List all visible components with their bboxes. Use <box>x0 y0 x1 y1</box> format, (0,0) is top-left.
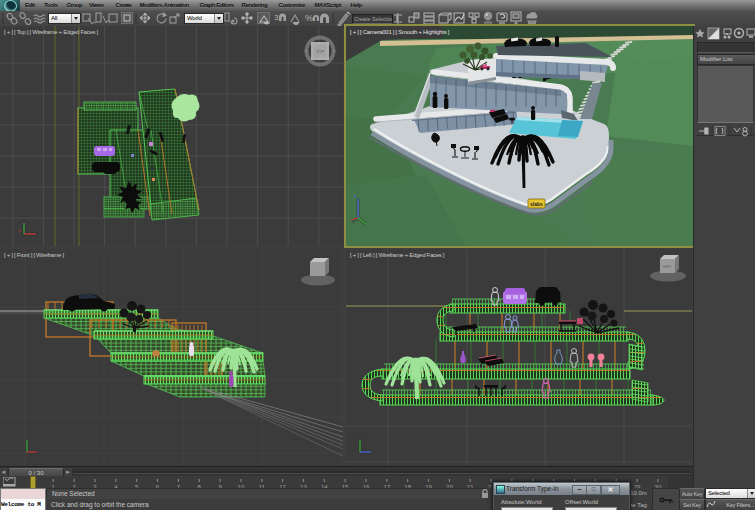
svg-text:3: 3 <box>274 13 279 22</box>
svg-text:slabs: slabs <box>530 201 543 207</box>
svg-text:%: % <box>305 13 313 23</box>
svg-text:TOP: TOP <box>316 49 324 54</box>
svg-text:LEFT: LEFT <box>663 265 673 269</box>
